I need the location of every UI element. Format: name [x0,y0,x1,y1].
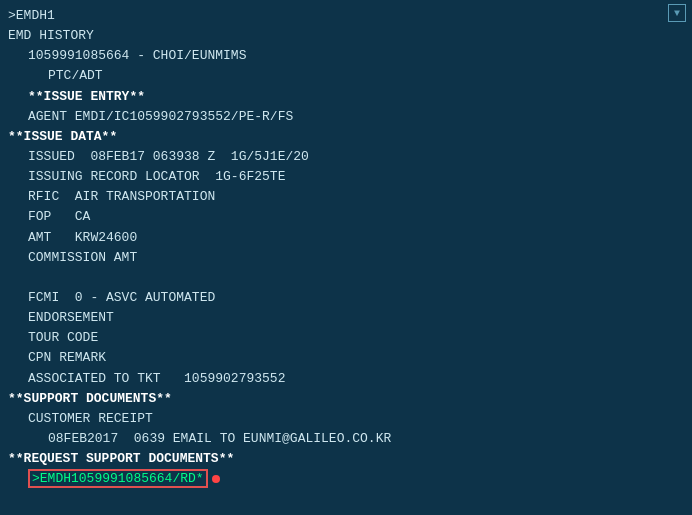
line-tour-code: TOUR CODE [8,328,684,348]
line-amt: AMT KRW24600 [8,228,684,248]
line-issue-data-label: **ISSUE DATA** [8,127,684,147]
line-customer-receipt: CUSTOMER RECEIPT [8,409,684,429]
terminal-window: ▼ >EMDH1 EMD HISTORY 1059991085664 - CHO… [0,0,692,515]
line-request-command-container: >EMDH1059991085664/RD* [8,469,684,488]
line-cpn-remark: CPN REMARK [8,348,684,368]
request-command-highlighted[interactable]: >EMDH1059991085664/RD* [28,469,208,488]
line-agent: AGENT EMDI/IC1059902793552/PE-R/FS [8,107,684,127]
line-rfic: RFIC AIR TRANSPORTATION [8,187,684,207]
line-associated-tkt: ASSOCIATED TO TKT 1059902793552 [8,369,684,389]
line-issue-entry-label: **ISSUE ENTRY** [8,87,684,107]
line-ticket-name: 1059991085664 - CHOI/EUNMIMS [8,46,684,66]
line-fop: FOP CA [8,207,684,227]
line-commission: COMMISSION AMT [8,248,684,268]
line-ptc: PTC/ADT [8,66,684,86]
line-issued: ISSUED 08FEB17 063938 Z 1G/5J1E/20 [8,147,684,167]
scroll-button[interactable]: ▼ [668,4,686,22]
line-fcmi: FCMI 0 - ASVC AUTOMATED [8,288,684,308]
line-blank [8,268,684,288]
line-emdh1: >EMDH1 [8,6,684,26]
line-support-docs-label: **SUPPORT DOCUMENTS** [8,389,684,409]
line-endorsement: ENDORSEMENT [8,308,684,328]
line-issuing-record: ISSUING RECORD LOCATOR 1G-6F25TE [8,167,684,187]
line-emd-history: EMD HISTORY [8,26,684,46]
status-dot [212,475,220,483]
line-email: 08FEB2017 0639 EMAIL TO EUNMI@GALILEO.CO… [8,429,684,449]
line-request-support-label: **REQUEST SUPPORT DOCUMENTS** [8,449,684,469]
